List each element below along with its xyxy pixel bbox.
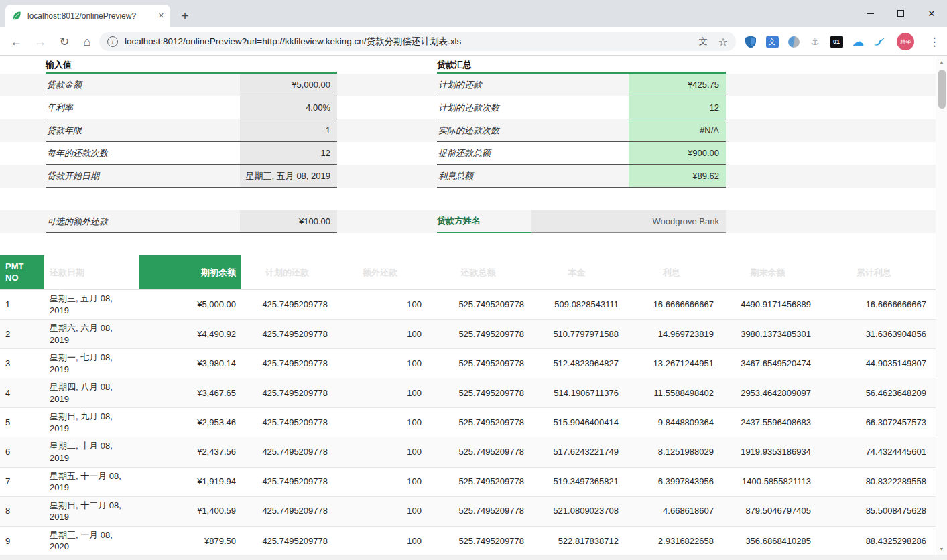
extra-payment-value: ¥100.00 (240, 210, 337, 233)
url-text[interactable]: localhost:8012/onlinePreview?url=http://… (125, 36, 692, 48)
anchor-glyph: ⚓ (810, 36, 819, 48)
spacer-row (0, 233, 936, 255)
browser-window: localhost:8012/onlinePreview? ✕ + ✕ ← → … (0, 0, 947, 560)
schedule-row: 7星期五, 十一月 08, 2019¥1,919.94425.749520977… (0, 468, 936, 497)
schedule-cell: 100 (333, 468, 427, 496)
omnibox-actions: 文 ☆ (699, 36, 728, 48)
section-titles-row: 输入值 贷款汇总 (0, 56, 936, 74)
schedule-cell: 66.3072457573 (816, 408, 932, 437)
summary-row: 贷款金额¥5,000.00计划的还款¥425.75 (0, 74, 936, 96)
header-scheduled-payment: 计划的还款 (241, 255, 333, 289)
01-badge-glyph: 01 (830, 36, 843, 48)
schedule-cell: 525.7495209778 (427, 378, 529, 407)
home-icon[interactable]: ⌂ (78, 32, 97, 51)
schedule-cell: 509.0828543111 (529, 290, 624, 319)
schedule-cell: 515.9046400414 (529, 408, 624, 437)
schedule-cell: 4 (0, 378, 44, 407)
minimize-button[interactable] (855, 0, 885, 27)
schedule-cell: 425.7495209778 (241, 320, 333, 348)
schedule-cell: 56.4623648209 (816, 378, 932, 407)
schedule-cell: 510.7797971588 (529, 320, 624, 348)
forward-icon[interactable]: → (31, 32, 50, 51)
schedule-cell: 1400.5855821113 (719, 468, 816, 496)
01-badge-extension-icon[interactable]: 01 (828, 33, 844, 50)
schedule-cell: 525.7495209778 (427, 290, 529, 319)
input-label: 贷款开始日期 (46, 165, 240, 188)
header-principal: 本金 (529, 255, 624, 289)
summary-label: 计划的还款 (437, 74, 629, 96)
schedule-row: 2星期六, 六月 08, 2019¥4,490.92425.7495209778… (0, 320, 936, 349)
orb-glyph (788, 36, 800, 48)
header-ending-balance: 期末余额 (719, 255, 816, 289)
horizontal-scrollbar[interactable] (0, 555, 936, 560)
vertical-scrollbar-thumb[interactable] (938, 70, 946, 109)
input-label: 每年的还款次数 (46, 142, 240, 165)
input-label: 贷款年限 (46, 119, 240, 142)
schedule-cell: ¥4,490.92 (139, 320, 241, 348)
schedule-cell: 521.0809023708 (529, 497, 624, 526)
browser-toolbar: ← → ↻ ⌂ i localhost:8012/onlinePreview?u… (0, 27, 947, 56)
browser-menu-icon[interactable]: ⋮ (926, 33, 942, 50)
schedule-cell: 512.4823964827 (529, 349, 624, 378)
back-icon[interactable]: ← (7, 32, 25, 51)
schedule-cell: 425.7495209778 (241, 408, 333, 437)
summary-section-title: 贷款汇总 (437, 56, 726, 74)
schedule-cell: 85.5008475628 (816, 497, 932, 526)
schedule-cell: 1919.9353186934 (719, 437, 816, 466)
page-info-icon[interactable]: i (107, 36, 118, 47)
new-tab-button[interactable]: + (176, 7, 194, 25)
translate-extension-icon[interactable]: 文 (764, 33, 780, 50)
tab-close-icon[interactable]: ✕ (158, 11, 164, 20)
schedule-cell: 9.8448809364 (624, 408, 719, 437)
shield-extension-icon[interactable] (743, 33, 759, 50)
profile-avatar[interactable]: 精华 (897, 33, 914, 50)
schedule-cell: 3 (0, 349, 44, 378)
schedule-cell: 100 (333, 320, 427, 348)
lender-name-label: 贷款方姓名 (437, 210, 531, 233)
schedule-row: 6星期二, 十月 08, 2019¥2,437.56425.7495209778… (0, 437, 936, 467)
tab-title: localhost:8012/onlinePreview? (27, 11, 153, 21)
schedule-cell: 星期日, 九月 08, 2019 (44, 408, 139, 437)
browser-tab[interactable]: localhost:8012/onlinePreview? ✕ (5, 5, 170, 27)
schedule-cell: ¥1,919.94 (139, 468, 241, 496)
bookmark-star-icon[interactable]: ☆ (718, 36, 728, 48)
anchor-extension-icon[interactable]: ⚓ (807, 33, 823, 50)
lender-name-value: Woodgrove Bank (531, 210, 726, 233)
reload-icon[interactable]: ↻ (55, 32, 74, 51)
schedule-cell: ¥2,953.46 (139, 408, 241, 437)
cloud-extension-icon[interactable]: ☁ (850, 33, 866, 50)
schedule-cell: 517.6243221749 (529, 437, 624, 466)
schedule-cell: 425.7495209778 (241, 378, 333, 407)
schedule-cell: 514.1906711376 (529, 378, 624, 407)
maximize-button[interactable] (885, 0, 916, 27)
schedule-cell: 星期五, 十一月 08, 2019 (44, 468, 139, 496)
close-button[interactable]: ✕ (916, 0, 947, 27)
cloud-glyph: ☁ (852, 34, 864, 49)
schedule-body: 1星期三, 五月 08, 2019¥5,000.00425.7495209778… (0, 290, 936, 555)
schedule-cell: 9 (0, 527, 44, 555)
header-payment-date: 还款日期 (44, 255, 139, 289)
schedule-cell: 44.9035149807 (816, 349, 932, 378)
scroll-up-icon[interactable]: ▲ (936, 56, 947, 68)
spacer-row (0, 188, 936, 210)
scroll-down-icon[interactable]: ▼ (936, 543, 947, 555)
summary-label: 利息总额 (437, 165, 629, 188)
header-extra-payment: 额外还款 (333, 255, 427, 289)
schedule-cell: 100 (333, 378, 427, 407)
schedule-cell: 11.5588498402 (624, 378, 719, 407)
input-value: ¥5,000.00 (240, 74, 337, 96)
translate-page-icon[interactable]: 文 (699, 36, 708, 48)
schedule-cell: 425.7495209778 (241, 437, 333, 466)
schedule-row: 8星期日, 十二月 08, 2019¥1,400.59425.749520977… (0, 497, 936, 527)
schedule-cell: ¥1,400.59 (139, 497, 241, 526)
bird-extension-icon[interactable] (871, 33, 887, 50)
schedule-cell: ¥879.50 (139, 527, 241, 555)
vertical-scrollbar[interactable]: ▲ ▼ (936, 56, 947, 555)
orb-extension-icon[interactable] (785, 33, 802, 50)
address-bar[interactable]: i localhost:8012/onlinePreview?url=http:… (99, 32, 736, 51)
summary-value: ¥89.62 (629, 165, 726, 188)
schedule-cell: 13.2671244951 (624, 349, 719, 378)
spreadsheet-preview: 输入值 贷款汇总 贷款金额¥5,000.00计划的还款¥425.75年利率4.0… (0, 56, 936, 555)
extra-payment-label: 可选的额外还款 (46, 210, 240, 233)
schedule-row: 4星期四, 八月 08, 2019¥3,467.65425.7495209778… (0, 378, 936, 408)
